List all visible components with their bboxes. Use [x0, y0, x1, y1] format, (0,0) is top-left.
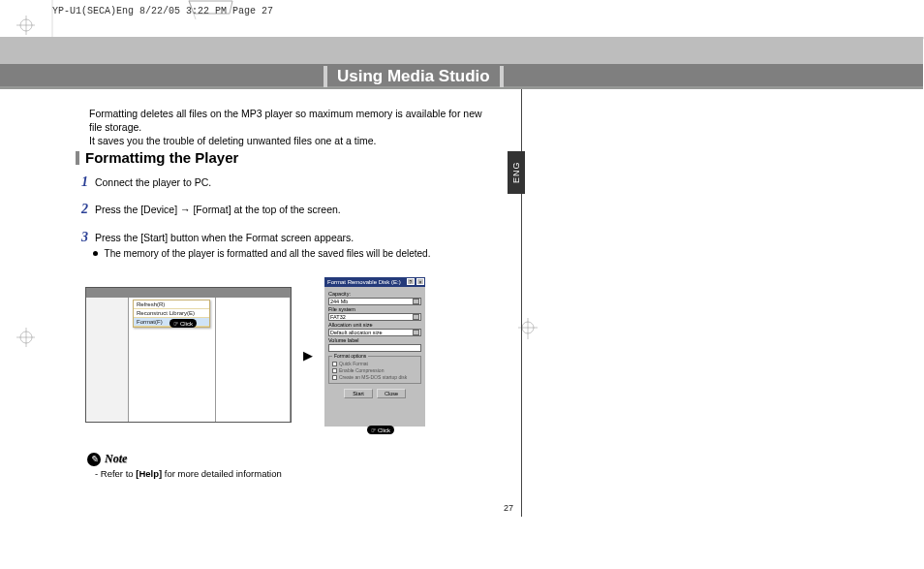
enable-compression-checkbox[interactable]: Enable Compression — [332, 367, 417, 373]
allocation-select[interactable]: Default allocation size — [328, 329, 421, 336]
note-heading-text: Note — [105, 452, 127, 466]
figure1-toolbar — [86, 288, 291, 298]
dialog-help-button[interactable]: ? — [407, 278, 415, 285]
heading-marker-icon — [76, 151, 79, 165]
step-3-text: Press the [Start] button when the Format… — [95, 232, 354, 243]
click-label-2: Click — [378, 427, 390, 433]
svg-point-2 — [20, 19, 32, 31]
menu-item-refresh[interactable]: Refresh(R) — [134, 300, 209, 309]
step-1-number: 1 — [81, 174, 88, 189]
bullet-icon — [93, 251, 98, 256]
figure1-filelist — [216, 298, 290, 301]
allocation-field: Allocation unit size Default allocation … — [328, 322, 421, 336]
chevron-down-icon — [413, 330, 419, 335]
chevron-down-icon — [413, 314, 419, 320]
note-bold: [Help] — [136, 468, 162, 479]
chevron-down-icon — [413, 299, 419, 304]
page-frame: Using Media Studio Formatting deletes al… — [52, 37, 522, 517]
click-label-1: Click — [180, 321, 193, 327]
note-heading: ✎ Note — [87, 452, 475, 466]
quick-format-checkbox[interactable]: Quick Format — [332, 361, 417, 366]
note-prefix: - Refer to — [95, 468, 136, 479]
note-icon: ✎ — [87, 453, 101, 466]
volume-label-field: Volume label — [328, 337, 421, 352]
step-3-bullet: The memory of the player is formatted an… — [93, 247, 498, 262]
msdos-disk-checkbox[interactable]: Create an MS-DOS startup disk — [332, 374, 417, 380]
dialog-button-row: Start Close — [328, 389, 421, 398]
cursor-icon: ☞ — [371, 427, 376, 433]
dialog-title-text: Format Removable Disk (E:) — [327, 279, 401, 285]
step-1-text: Connect the player to PC. — [95, 176, 211, 188]
step-3-bullet-text: The memory of the player is formatted an… — [105, 248, 431, 259]
step-1: 1 Connect the player to PC. — [81, 173, 498, 192]
menu-item-reconstruct[interactable]: Reconstruct Library(E) — [134, 309, 209, 318]
steps-list: 1 Connect the player to PC. 2 Press the … — [81, 173, 498, 269]
volume-label: Volume label — [328, 337, 421, 343]
figure1-tree — [86, 298, 128, 301]
click-callout-2: ☞ Click — [367, 426, 394, 434]
page-number: 27 — [504, 503, 513, 513]
figure-format-dialog: Format Removable Disk (E:) × ? Capacity:… — [324, 277, 425, 427]
note-suffix: for more detailed information — [162, 468, 282, 479]
filesystem-select[interactable]: FAT32 — [328, 313, 421, 321]
figures-row: Refresh(R) Reconstruct Library(E) Format… — [85, 277, 511, 432]
step-2-number: 2 — [81, 202, 88, 216]
section-heading: Formattimg the Player — [76, 149, 238, 166]
arrow-icon: ▶ — [303, 348, 313, 363]
allocation-label: Allocation unit size — [328, 322, 421, 328]
step-3: 3 Press the [Start] button when the Form… — [81, 228, 498, 262]
intro-line-1: Formatting deletes all files on the MP3 … — [89, 108, 482, 133]
proof-header: YP-U1(SECA)Eng 8/22/05 3:22 PM Page 27 — [52, 6, 273, 16]
figure1-center-panel: Refresh(R) Reconstruct Library(E) Format… — [129, 298, 216, 422]
step-2-text: Press the [Device] → [Format] at the top… — [95, 204, 341, 215]
filesystem-field: File system FAT32 — [328, 306, 421, 321]
click-callout-1: ☞ Click — [169, 319, 197, 328]
intro-line-2: It saves you the trouble of deleting unw… — [89, 135, 377, 146]
cursor-icon: ☞ — [173, 320, 178, 327]
volume-input[interactable] — [328, 344, 421, 352]
figure1-right-panel — [216, 298, 291, 422]
language-tab: ENG — [508, 151, 525, 194]
dialog-close-button[interactable]: × — [416, 278, 424, 285]
capacity-field: Capacity: 244 Mb — [328, 291, 421, 305]
svg-point-5 — [20, 332, 32, 343]
capacity-label: Capacity: — [328, 291, 421, 297]
step-2: 2 Press the [Device] → [Format] at the t… — [81, 200, 498, 219]
section-heading-text: Formattimg the Player — [85, 149, 238, 166]
start-button[interactable]: Start — [344, 389, 373, 398]
chapter-title-text: Using Media Studio — [337, 67, 490, 86]
step-3-number: 3 — [81, 230, 88, 244]
format-options-legend: Format options — [332, 353, 368, 359]
close-button[interactable]: Close — [377, 389, 406, 398]
figure1-left-panel — [86, 298, 129, 422]
note-block: ✎ Note - Refer to [Help] for more detail… — [87, 452, 475, 479]
svg-point-8 — [522, 322, 534, 333]
top-gray-band — [0, 37, 923, 64]
filesystem-label: File system — [328, 306, 421, 312]
format-options-group: Format options Quick Format Enable Compr… — [328, 356, 421, 384]
dialog-body: Capacity: 244 Mb File system FAT32 Alloc… — [324, 287, 425, 404]
figure-media-studio: Refresh(R) Reconstruct Library(E) Format… — [85, 287, 292, 423]
note-body: - Refer to [Help] for more detailed info… — [95, 468, 475, 479]
chapter-title: Using Media Studio — [323, 66, 504, 87]
dialog-titlebar: Format Removable Disk (E:) × ? — [324, 277, 425, 287]
intro-paragraph: Formatting deletes all files on the MP3 … — [89, 107, 496, 148]
capacity-select[interactable]: 244 Mb — [328, 298, 421, 305]
